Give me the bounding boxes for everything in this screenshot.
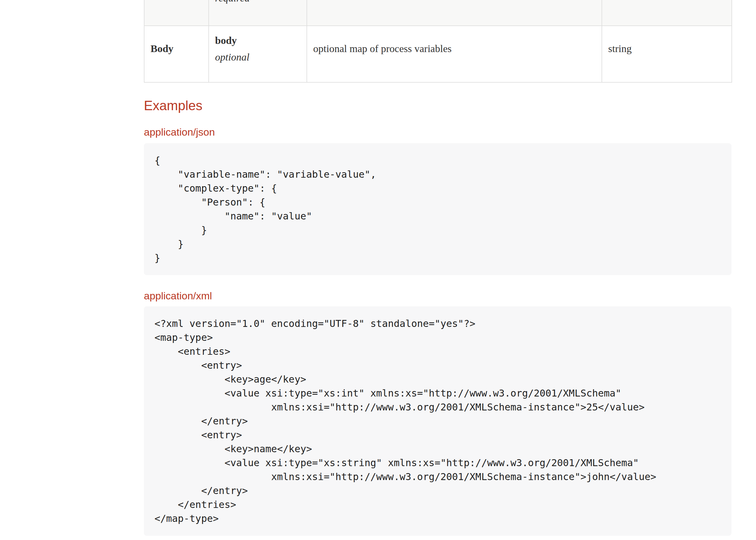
param-description-text: optional map of process variables [313, 43, 452, 54]
param-type-cell [144, 0, 209, 26]
code-block-xml: <?xml version="1.0" encoding="UTF-8" sta… [144, 306, 731, 536]
param-description-cell: optional map of process variables [307, 26, 602, 82]
parameters-table: required Body body optional optional map… [144, 0, 732, 83]
table-row-body-param: Body body optional optional map of proce… [144, 26, 732, 82]
content-type-heading-json: application/json [144, 126, 731, 138]
param-flag-label: optional [215, 49, 300, 66]
param-schema-cell [602, 0, 732, 26]
param-type-label: Body [150, 43, 174, 54]
doc-content: required Body body optional optional map… [144, 0, 731, 536]
code-block-json: { "variable-name": "variable-value", "co… [144, 143, 731, 275]
param-flag-required: required [215, 0, 250, 6]
clipped-cell-content: required [209, 0, 306, 25]
api-doc-page: { "colors": { "heading_accent": "#ba3925… [0, 0, 756, 540]
table-row-cut-off: required [144, 0, 732, 26]
param-description-cell [307, 0, 602, 26]
param-schema-text: string [608, 43, 632, 54]
param-schema-cell: string [602, 26, 732, 82]
examples-heading: Examples [144, 98, 731, 114]
content-type-heading-xml: application/xml [144, 290, 731, 302]
param-name-cell: required [209, 0, 307, 26]
param-type-cell: Body [144, 26, 209, 82]
param-name-label: body [215, 32, 300, 49]
param-name-cell: body optional [209, 26, 307, 82]
